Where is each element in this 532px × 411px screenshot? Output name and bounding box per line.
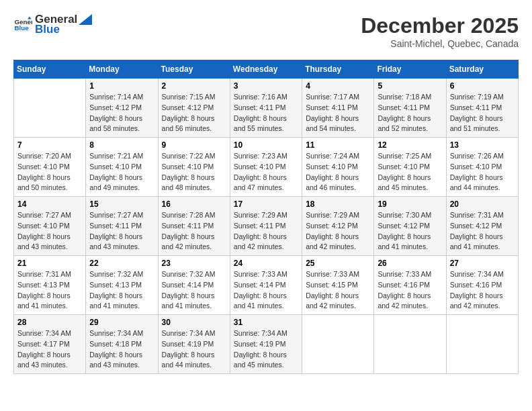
daylight-text: Daylight: 8 hours and 43 minutes. [89, 232, 154, 253]
daylight-text: Daylight: 8 hours and 42 minutes. [450, 291, 515, 312]
daylight-text: Daylight: 8 hours and 41 minutes. [17, 291, 82, 312]
header-saturday: Saturday [446, 60, 518, 79]
day-info: Sunrise: 7:31 AMSunset: 4:12 PMDaylight:… [450, 210, 515, 253]
daylight-text: Daylight: 8 hours and 48 minutes. [162, 173, 226, 194]
week-row-3: 14Sunrise: 7:27 AMSunset: 4:10 PMDayligh… [14, 197, 519, 256]
day-number: 2 [162, 81, 226, 91]
daylight-text: Daylight: 8 hours and 50 minutes. [17, 173, 82, 194]
day-info: Sunrise: 7:29 AMSunset: 4:12 PMDaylight:… [306, 210, 370, 253]
day-number: 16 [162, 199, 226, 209]
sunset-text: Sunset: 4:19 PM [162, 339, 226, 350]
sunset-text: Sunset: 4:12 PM [162, 103, 226, 113]
sunset-text: Sunset: 4:14 PM [162, 280, 226, 291]
sunrise-text: Sunrise: 7:32 AM [89, 269, 154, 280]
daylight-text: Daylight: 8 hours and 43 minutes. [89, 350, 154, 371]
daylight-text: Daylight: 8 hours and 42 minutes. [162, 232, 226, 253]
daylight-text: Daylight: 8 hours and 55 minutes. [234, 113, 298, 135]
calendar-table: SundayMondayTuesdayWednesdayThursdayFrid… [13, 60, 519, 374]
sunrise-text: Sunrise: 7:34 AM [162, 328, 226, 339]
day-number: 11 [306, 140, 370, 150]
sunrise-text: Sunrise: 7:22 AM [162, 151, 226, 162]
day-info: Sunrise: 7:33 AMSunset: 4:15 PMDaylight:… [306, 269, 370, 312]
day-number: 18 [306, 199, 370, 209]
day-number: 19 [378, 199, 442, 209]
day-number: 14 [17, 199, 82, 209]
sunrise-text: Sunrise: 7:33 AM [306, 269, 370, 280]
day-info: Sunrise: 7:17 AMSunset: 4:11 PMDaylight:… [306, 92, 370, 134]
sunset-text: Sunset: 4:11 PM [234, 103, 298, 113]
calendar-cell: 14Sunrise: 7:27 AMSunset: 4:10 PMDayligh… [14, 197, 86, 256]
calendar-cell: 11Sunrise: 7:24 AMSunset: 4:10 PMDayligh… [302, 138, 374, 197]
sunrise-text: Sunrise: 7:31 AM [17, 269, 82, 280]
calendar-cell [14, 79, 86, 138]
day-number: 9 [162, 140, 226, 150]
daylight-text: Daylight: 8 hours and 42 minutes. [234, 232, 298, 253]
sunset-text: Sunset: 4:10 PM [450, 162, 515, 173]
day-info: Sunrise: 7:30 AMSunset: 4:12 PMDaylight:… [378, 210, 442, 253]
calendar-cell: 7Sunrise: 7:20 AMSunset: 4:10 PMDaylight… [14, 138, 86, 197]
sunset-text: Sunset: 4:11 PM [162, 221, 226, 232]
sunrise-text: Sunrise: 7:15 AM [162, 92, 226, 103]
day-info: Sunrise: 7:18 AMSunset: 4:11 PMDaylight:… [378, 92, 442, 134]
day-number: 29 [89, 318, 154, 327]
day-number: 26 [378, 259, 442, 268]
calendar-cell: 31Sunrise: 7:34 AMSunset: 4:19 PMDayligh… [230, 315, 302, 374]
calendar-cell: 5Sunrise: 7:18 AMSunset: 4:11 PMDaylight… [374, 79, 446, 138]
week-row-2: 7Sunrise: 7:20 AMSunset: 4:10 PMDaylight… [14, 138, 519, 197]
day-number: 22 [89, 259, 154, 268]
sunrise-text: Sunrise: 7:32 AM [162, 269, 226, 280]
sunset-text: Sunset: 4:13 PM [89, 280, 154, 291]
day-number: 5 [378, 81, 442, 91]
header-tuesday: Tuesday [158, 60, 230, 79]
day-number: 24 [234, 259, 298, 268]
daylight-text: Daylight: 8 hours and 51 minutes. [450, 113, 515, 135]
day-info: Sunrise: 7:20 AMSunset: 4:10 PMDaylight:… [17, 151, 82, 193]
daylight-text: Daylight: 8 hours and 46 minutes. [306, 173, 370, 194]
sunset-text: Sunset: 4:14 PM [234, 280, 298, 291]
day-number: 8 [89, 140, 154, 150]
calendar-cell: 1Sunrise: 7:14 AMSunset: 4:12 PMDaylight… [86, 79, 158, 138]
sunrise-text: Sunrise: 7:33 AM [378, 269, 442, 280]
calendar-cell: 9Sunrise: 7:22 AMSunset: 4:10 PMDaylight… [158, 138, 230, 197]
sunset-text: Sunset: 4:11 PM [89, 221, 154, 232]
daylight-text: Daylight: 8 hours and 44 minutes. [162, 350, 226, 371]
day-info: Sunrise: 7:33 AMSunset: 4:16 PMDaylight:… [378, 269, 442, 312]
day-info: Sunrise: 7:23 AMSunset: 4:10 PMDaylight:… [234, 151, 298, 193]
day-info: Sunrise: 7:33 AMSunset: 4:14 PMDaylight:… [234, 269, 298, 312]
sunrise-text: Sunrise: 7:19 AM [450, 92, 515, 103]
calendar-cell: 2Sunrise: 7:15 AMSunset: 4:12 PMDaylight… [158, 79, 230, 138]
daylight-text: Daylight: 8 hours and 44 minutes. [450, 173, 515, 194]
day-number: 3 [234, 81, 298, 91]
sunrise-text: Sunrise: 7:27 AM [89, 210, 154, 221]
day-info: Sunrise: 7:21 AMSunset: 4:10 PMDaylight:… [89, 151, 154, 193]
location-title: Saint-Michel, Quebec, Canada [361, 38, 519, 49]
calendar-cell: 24Sunrise: 7:33 AMSunset: 4:14 PMDayligh… [230, 256, 302, 315]
day-info: Sunrise: 7:27 AMSunset: 4:10 PMDaylight:… [17, 210, 82, 253]
calendar-cell: 26Sunrise: 7:33 AMSunset: 4:16 PMDayligh… [374, 256, 446, 315]
sunrise-text: Sunrise: 7:24 AM [306, 151, 370, 162]
sunset-text: Sunset: 4:15 PM [306, 280, 370, 291]
header: General Blue General Blue December 2025 … [13, 13, 519, 49]
sunset-text: Sunset: 4:10 PM [378, 162, 442, 173]
day-info: Sunrise: 7:34 AMSunset: 4:19 PMDaylight:… [234, 328, 298, 371]
day-info: Sunrise: 7:34 AMSunset: 4:16 PMDaylight:… [450, 269, 515, 312]
week-row-1: 1Sunrise: 7:14 AMSunset: 4:12 PMDaylight… [14, 79, 519, 138]
sunrise-text: Sunrise: 7:25 AM [378, 151, 442, 162]
sunset-text: Sunset: 4:11 PM [234, 221, 298, 232]
day-info: Sunrise: 7:34 AMSunset: 4:19 PMDaylight:… [162, 328, 226, 371]
day-info: Sunrise: 7:27 AMSunset: 4:11 PMDaylight:… [89, 210, 154, 253]
sunrise-text: Sunrise: 7:17 AM [306, 92, 370, 103]
sunrise-text: Sunrise: 7:34 AM [450, 269, 515, 280]
sunrise-text: Sunrise: 7:29 AM [306, 210, 370, 221]
daylight-text: Daylight: 8 hours and 41 minutes. [234, 291, 298, 312]
day-number: 1 [89, 81, 154, 91]
day-info: Sunrise: 7:26 AMSunset: 4:10 PMDaylight:… [450, 151, 515, 193]
calendar-cell: 8Sunrise: 7:21 AMSunset: 4:10 PMDaylight… [86, 138, 158, 197]
day-info: Sunrise: 7:14 AMSunset: 4:12 PMDaylight:… [89, 92, 154, 134]
calendar-cell: 29Sunrise: 7:34 AMSunset: 4:18 PMDayligh… [86, 315, 158, 374]
day-info: Sunrise: 7:19 AMSunset: 4:11 PMDaylight:… [450, 92, 515, 134]
sunrise-text: Sunrise: 7:34 AM [17, 328, 82, 339]
sunset-text: Sunset: 4:10 PM [234, 162, 298, 173]
sunrise-text: Sunrise: 7:18 AM [378, 92, 442, 103]
sunrise-text: Sunrise: 7:20 AM [17, 151, 82, 162]
